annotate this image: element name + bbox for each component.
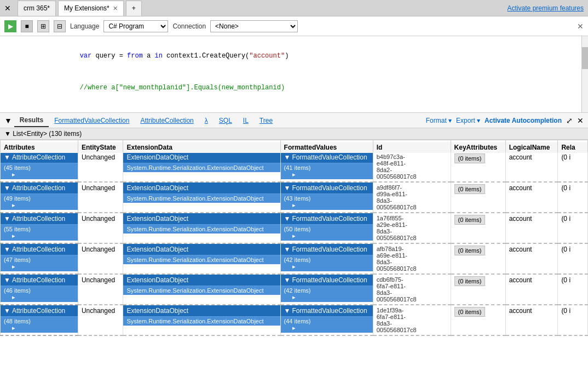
related-value: (0 i: [558, 152, 587, 163]
results-table-area[interactable]: ▼ List<Entity> (130 items) Attributes En…: [0, 128, 588, 376]
tab-attributecollection[interactable]: AttributeCollection: [135, 115, 199, 127]
entity-state-value: Unchanged: [78, 183, 123, 193]
results-expand-icon[interactable]: ▼: [4, 116, 12, 125]
key-attr-value[interactable]: (0 items): [451, 183, 505, 196]
attr-items-label[interactable]: (45 items) ▸: [1, 163, 78, 179]
ext-data-sub-label[interactable]: System.Runtime.Serialization.ExtensionDa…: [123, 163, 280, 172]
results-tabs-bar: ▼ Results FormattedValueCollection Attri…: [0, 113, 588, 128]
fv-items-label[interactable]: (41 items) ▸: [281, 163, 373, 179]
attr-collection-btn[interactable]: ▼AttributeCollection: [1, 305, 78, 316]
ext-data-object-btn[interactable]: ExtensionDataObject: [123, 213, 280, 224]
key-attr-value[interactable]: (0 items): [451, 275, 505, 288]
tab-myextensions-close[interactable]: ✕: [113, 5, 118, 12]
ext-data-object-btn[interactable]: ExtensionDataObject: [123, 244, 280, 255]
attr-collection-btn[interactable]: ▼AttributeCollection: [1, 213, 78, 224]
ext-data-sub-label[interactable]: System.Runtime.Serialization.ExtensionDa…: [123, 316, 280, 326]
ext-data-object-btn[interactable]: ExtensionDataObject: [123, 275, 280, 286]
key-attr-value[interactable]: (0 items): [451, 213, 505, 226]
fv-arrow-icon: ▼: [284, 153, 291, 161]
fv-items-label[interactable]: (44 items) ▸: [281, 316, 373, 333]
activate-autocompletion-button[interactable]: Activate Autocompletion: [485, 117, 562, 124]
attr-items-label[interactable]: (49 items) ▸: [1, 193, 78, 210]
attr-items-label[interactable]: (46 items) ▸: [1, 286, 78, 302]
activate-premium-link[interactable]: Activate premium features: [508, 4, 584, 12]
attr-collection-btn[interactable]: ▼AttributeCollection: [1, 244, 78, 255]
ka-items-btn[interactable]: (0 items): [454, 307, 486, 317]
attr-arrow-icon: ▼: [4, 246, 10, 253]
tab-tree[interactable]: Tree: [254, 115, 278, 127]
key-attr-value[interactable]: (0 items): [451, 305, 505, 318]
attr-arrow-icon: ▼: [4, 307, 10, 315]
ext-data-sub-label[interactable]: System.Runtime.Serialization.ExtensionDa…: [123, 286, 280, 295]
fv-collection-btn[interactable]: ▼FormattedValueCollection: [281, 275, 373, 286]
table-row: ▼AttributeCollection (49 items) ▸ Unchan…: [1, 182, 588, 213]
run-button[interactable]: ▶: [4, 20, 16, 32]
attr-arrow-icon: ▼: [4, 276, 10, 284]
attr-items-label[interactable]: (48 items) ▸: [1, 316, 78, 333]
attr-collection-btn[interactable]: ▼AttributeCollection: [1, 275, 78, 286]
language-select[interactable]: C# Program C# Statement(s) VB Program F#…: [103, 20, 168, 32]
fv-collection-btn[interactable]: ▼FormattedValueCollection: [281, 213, 373, 224]
entity-state-value: Unchanged: [78, 275, 123, 286]
fv-items-label[interactable]: (42 items) ▸: [281, 255, 373, 271]
code-line-3: //select new: [9, 104, 579, 110]
ext-data-sub-label[interactable]: System.Runtime.Serialization.ExtensionDa…: [123, 255, 280, 264]
toolbar-close-icon[interactable]: ✕: [577, 22, 584, 31]
fv-items-label[interactable]: (42 items) ▸: [281, 286, 373, 302]
tab-results[interactable]: Results: [14, 114, 49, 127]
fv-collection-btn[interactable]: ▼FormattedValueCollection: [281, 244, 373, 255]
ka-items-btn[interactable]: (0 items): [454, 184, 486, 194]
tab-add[interactable]: +: [126, 1, 142, 16]
tab-add-label: +: [132, 4, 136, 12]
fv-items-label[interactable]: (50 items) ▸: [281, 224, 373, 241]
code-scrollbar[interactable]: [581, 36, 588, 112]
code-editor[interactable]: var query = from a in context1.CreateQue…: [0, 36, 588, 113]
related-value: (0 i: [558, 275, 587, 286]
ext-data-sub-label[interactable]: System.Runtime.Serialization.ExtensionDa…: [123, 193, 280, 203]
fv-collection-btn[interactable]: ▼FormattedValueCollection: [281, 183, 373, 193]
fv-items-label[interactable]: (43 items) ▸: [281, 193, 373, 210]
close-icon[interactable]: ✕: [4, 4, 11, 13]
grid1-button[interactable]: ⊞: [37, 20, 49, 32]
attr-items-label[interactable]: (47 items) ▸: [1, 255, 78, 271]
tab-crm365[interactable]: crm 365*: [18, 1, 56, 16]
tab-myextensions[interactable]: My Extensions* ✕: [58, 1, 124, 16]
tab-sql[interactable]: SQL: [214, 115, 238, 127]
ext-data-object-btn[interactable]: ExtensionDataObject: [123, 305, 280, 316]
related-value: (0 i: [558, 213, 587, 224]
close-results-icon[interactable]: ✕: [577, 116, 584, 125]
attr-collection-btn[interactable]: ▼AttributeCollection: [1, 183, 78, 193]
toolbar: ▶ ■ ⊞ ⊟ Language C# Program C# Statement…: [0, 16, 588, 36]
entity-header: ▼ List<Entity> (130 items): [0, 128, 588, 140]
tab-lambda[interactable]: λ: [199, 115, 214, 127]
id-value: b4b97c3a-e48f-e811-8da2-0050568017c8: [373, 152, 451, 181]
key-attr-value[interactable]: (0 items): [451, 244, 505, 257]
stop-button[interactable]: ■: [21, 20, 33, 32]
expand-results-icon[interactable]: ⤢: [566, 116, 573, 125]
code-scrollbar-thumb[interactable]: [582, 47, 588, 69]
key-attr-value[interactable]: (0 items): [451, 152, 505, 165]
fv-collection-btn[interactable]: ▼FormattedValueCollection: [281, 152, 373, 163]
attr-collection-btn[interactable]: ▼AttributeCollection: [1, 152, 78, 163]
related-value: (0 i: [558, 244, 587, 255]
grid2-button[interactable]: ⊟: [54, 20, 66, 32]
ka-items-btn[interactable]: (0 items): [454, 246, 486, 255]
tab-il[interactable]: IL: [238, 115, 254, 127]
ext-data-sub-label[interactable]: System.Runtime.Serialization.ExtensionDa…: [123, 224, 280, 233]
format-button[interactable]: Format ▾: [426, 117, 452, 124]
fv-collection-btn[interactable]: ▼FormattedValueCollection: [281, 305, 373, 316]
col-header-entitystate: EntityState: [78, 141, 123, 153]
export-button[interactable]: Export ▾: [456, 117, 480, 124]
ext-data-object-btn[interactable]: ExtensionDataObject: [123, 183, 280, 193]
code-scroll: var query = from a in context1.CreateQue…: [0, 38, 588, 110]
connection-select[interactable]: <None>: [210, 20, 298, 32]
entity-state-value: Unchanged: [78, 213, 123, 224]
ka-items-btn[interactable]: (0 items): [454, 153, 486, 163]
tab-formattedvaluecollection[interactable]: FormattedValueCollection: [49, 115, 135, 127]
ext-data-object-btn[interactable]: ExtensionDataObject: [123, 152, 280, 163]
ka-items-btn[interactable]: (0 items): [454, 276, 486, 286]
ka-items-btn[interactable]: (0 items): [454, 215, 486, 225]
entity-state-value: Unchanged: [78, 152, 123, 163]
attr-items-label[interactable]: (55 items) ▸: [1, 224, 78, 241]
logical-name-value: account: [506, 152, 558, 163]
